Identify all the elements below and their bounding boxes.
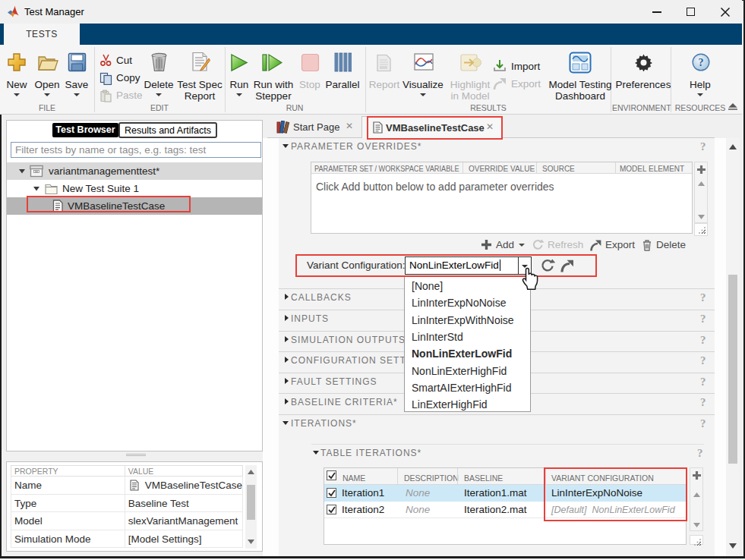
svg-text:?: ? [699, 57, 704, 68]
